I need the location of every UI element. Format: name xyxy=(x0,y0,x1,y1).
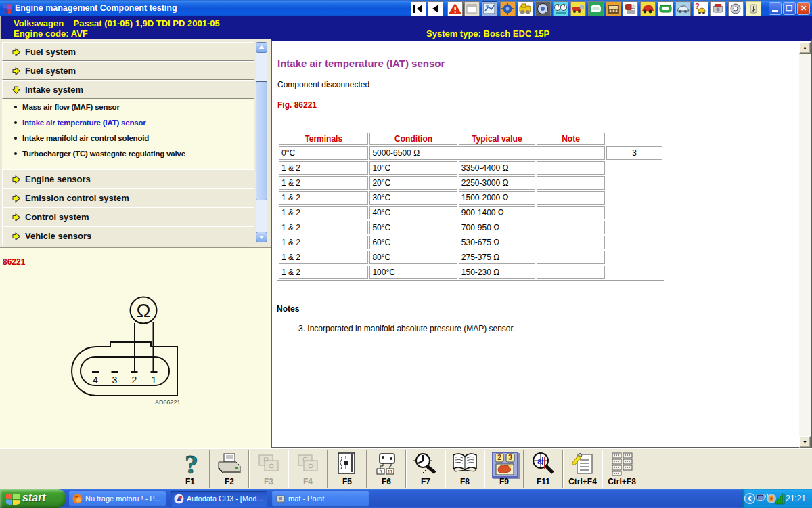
svg-text:Ω: Ω xyxy=(137,300,151,321)
svg-text:5: 5 xyxy=(380,469,382,474)
svg-text:3: 3 xyxy=(508,454,512,461)
svg-text:4: 4 xyxy=(93,375,98,385)
svg-text:a: a xyxy=(537,457,542,466)
svg-text:11: 11 xyxy=(388,469,392,474)
svg-text:2: 2 xyxy=(132,375,137,385)
svg-text:AD86221: AD86221 xyxy=(155,399,181,406)
svg-text:1: 1 xyxy=(152,375,157,385)
svg-text:3: 3 xyxy=(112,375,118,385)
svg-text:?: ? xyxy=(695,2,700,10)
svg-text:?: ? xyxy=(185,451,198,478)
svg-text:2: 2 xyxy=(497,454,501,461)
